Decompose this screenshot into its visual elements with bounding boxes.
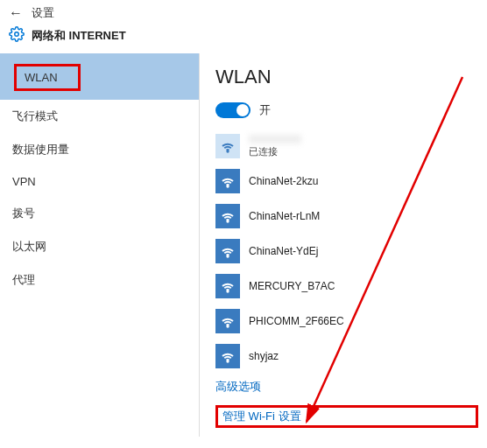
page-title: WLAN xyxy=(215,66,478,88)
network-item[interactable]: ChinaNet-2kzu xyxy=(215,169,478,193)
network-name-blurred xyxy=(249,135,301,144)
window-header: ← 设置 xyxy=(0,0,487,26)
wlan-toggle-row: 开 xyxy=(215,102,478,118)
manage-wifi-link[interactable]: 管理 Wi-Fi 设置 xyxy=(215,405,478,428)
wlan-toggle[interactable] xyxy=(215,102,251,118)
svg-point-4 xyxy=(227,256,229,257)
network-name: ChinaNet-rLnM xyxy=(249,210,320,222)
wifi-icon xyxy=(215,134,240,158)
toggle-knob xyxy=(236,104,249,116)
sidebar: WLAN 飞行模式 数据使用量 VPN 拨号 以太网 代理 xyxy=(0,53,200,437)
svg-point-5 xyxy=(227,290,229,292)
sidebar-item-data-usage[interactable]: 数据使用量 xyxy=(0,133,199,166)
gear-icon xyxy=(9,26,25,45)
network-name: PHICOMM_2F66EC xyxy=(249,315,344,327)
network-item-connected[interactable]: 已连接 xyxy=(215,134,478,158)
network-status: 已连接 xyxy=(249,145,301,158)
svg-point-0 xyxy=(15,32,19,37)
wifi-icon xyxy=(215,309,240,333)
network-name: ChinaNet-2kzu xyxy=(249,175,318,187)
network-info: 已连接 xyxy=(249,135,301,158)
sidebar-item-wlan[interactable]: WLAN xyxy=(0,53,199,100)
header-title: 设置 xyxy=(32,5,54,21)
back-button[interactable]: ← xyxy=(9,5,23,21)
network-name: ChinaNet-YdEj xyxy=(249,245,318,257)
network-name: MERCURY_B7AC xyxy=(249,280,335,292)
network-item[interactable]: ChinaNet-rLnM xyxy=(215,204,478,228)
svg-point-3 xyxy=(227,220,229,222)
wifi-icon xyxy=(215,344,240,368)
advanced-options-link[interactable]: 高级选项 xyxy=(215,379,478,395)
wifi-icon xyxy=(215,169,240,193)
network-item[interactable]: PHICOMM_2F66EC xyxy=(215,309,478,333)
network-name: shyjaz xyxy=(249,350,279,362)
breadcrumb: 网络和 INTERNET xyxy=(0,26,487,53)
network-item[interactable]: ChinaNet-YdEj xyxy=(215,239,478,263)
sidebar-item-dialup[interactable]: 拨号 xyxy=(0,197,199,230)
sidebar-item-vpn[interactable]: VPN xyxy=(0,166,199,197)
toggle-label: 开 xyxy=(259,102,271,118)
sidebar-item-proxy[interactable]: 代理 xyxy=(0,263,199,297)
highlight-wlan: WLAN xyxy=(14,64,81,91)
wifi-icon xyxy=(215,204,240,228)
main-panel: WLAN 开 已连接 ChinaNet-2kzuChinaNet-rLnMChi… xyxy=(200,53,487,437)
svg-point-6 xyxy=(227,326,229,327)
svg-point-2 xyxy=(227,186,229,187)
network-item[interactable]: shyjaz xyxy=(215,344,478,368)
svg-point-1 xyxy=(227,150,229,152)
breadcrumb-label: 网络和 INTERNET xyxy=(32,28,126,44)
wifi-icon xyxy=(215,239,240,263)
wifi-icon xyxy=(215,274,240,298)
sidebar-item-ethernet[interactable]: 以太网 xyxy=(0,230,199,263)
svg-point-7 xyxy=(227,360,229,362)
manage-wifi-box: 管理 Wi-Fi 设置 xyxy=(215,405,478,428)
sidebar-item-airplane[interactable]: 飞行模式 xyxy=(0,100,199,133)
network-item[interactable]: MERCURY_B7AC xyxy=(215,274,478,298)
